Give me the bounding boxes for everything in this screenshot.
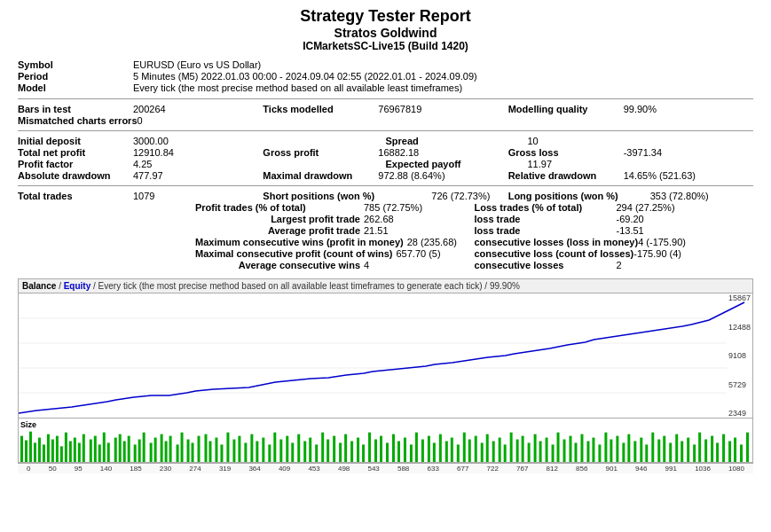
svg-rect-75	[404, 438, 406, 462]
svg-rect-48	[244, 442, 247, 462]
svg-rect-59	[309, 438, 311, 462]
svg-rect-66	[350, 441, 353, 462]
spread-label: Spread	[386, 136, 528, 146]
drawdown-row: Absolute drawdown 477.97 Maximal drawdow…	[18, 170, 753, 181]
period-row: Period 5 Minutes (M5) 2022.01.03 00:00 -…	[18, 71, 753, 82]
svg-rect-127	[711, 436, 713, 462]
x-185: 185	[130, 465, 141, 473]
svg-rect-71	[380, 436, 382, 462]
chart-container: Balance / Equity / Every tick (the most …	[18, 278, 753, 463]
svg-rect-9	[43, 444, 45, 462]
max-drawdown-value: 972.88 (8.64%)	[378, 170, 507, 181]
max-drawdown-label: Maximal drawdown	[263, 170, 378, 181]
svg-rect-44	[220, 444, 223, 462]
symbol-value: EURUSD (Euro vs US Dollar)	[133, 59, 753, 70]
bars-col: Bars in test 200264	[18, 104, 263, 114]
ticks-label: Ticks modelled	[263, 104, 378, 114]
x-319: 319	[219, 465, 231, 473]
svg-rect-52	[268, 444, 271, 462]
svg-rect-102	[563, 440, 566, 462]
svg-rect-58	[303, 441, 306, 462]
svg-rect-76	[410, 444, 413, 462]
period-label: Period	[18, 71, 133, 82]
max-drawdown-col: Maximal drawdown 972.88 (8.64%)	[263, 170, 507, 181]
svg-rect-18	[83, 434, 85, 462]
rel-drawdown-value: 14.65% (521.63)	[624, 170, 753, 181]
spread-value: 10	[528, 136, 754, 146]
svg-rect-24	[114, 438, 117, 462]
main-content: Symbol EURUSD (Euro vs US Dollar) Period…	[0, 56, 771, 275]
svg-rect-7	[34, 442, 36, 462]
y-label-3: 9108	[728, 351, 751, 360]
y-label-4: 5729	[728, 380, 751, 389]
svg-rect-125	[698, 433, 701, 462]
svg-rect-100	[552, 444, 555, 462]
model-label: Model	[18, 82, 133, 93]
profit-trades-label: Profit trades (% of total)	[195, 202, 364, 213]
svg-rect-42	[208, 441, 211, 462]
gross-loss-col: Gross loss -3971.34	[508, 147, 753, 158]
model-value: Every tick (the most precise method base…	[133, 82, 753, 93]
factor-value: 4.25	[133, 159, 386, 169]
avg-profit-value: 21.51	[364, 225, 475, 236]
long-value: 353 (72.80%)	[650, 191, 753, 201]
loss-trades-value: 294 (27.25%)	[617, 202, 754, 213]
svg-rect-72	[386, 442, 389, 462]
symbol-row: Symbol EURUSD (Euro vs US Dollar)	[18, 59, 753, 70]
model-row: Model Every tick (the most precise metho…	[18, 82, 753, 93]
abs-drawdown-label: Absolute drawdown	[18, 170, 133, 181]
svg-rect-131	[734, 438, 736, 462]
svg-rect-31	[150, 442, 153, 462]
mismatched-value: 0	[138, 115, 754, 126]
largest-profit-label: Largest profit trade	[195, 214, 364, 224]
svg-rect-35	[169, 436, 172, 462]
avg-consec-wins-value: 4	[364, 260, 475, 270]
y-label-1: 15867	[728, 293, 751, 302]
maximal-profit-value: 657.70 (5)	[396, 248, 474, 259]
size-label: Size	[20, 420, 36, 429]
avg-loss-label: loss trade	[475, 225, 617, 236]
svg-rect-57	[297, 434, 300, 462]
svg-rect-74	[397, 441, 400, 462]
svg-rect-132	[740, 444, 743, 462]
chart-header: Balance / Equity / Every tick (the most …	[19, 279, 752, 293]
bars-row: Bars in test 200264 Ticks modelled 76967…	[18, 104, 753, 114]
svg-rect-92	[504, 444, 507, 462]
svg-rect-107	[592, 438, 594, 462]
largest-loss-col: loss trade -69.20	[475, 214, 754, 224]
svg-rect-49	[250, 434, 253, 462]
max-consec-losses-col: consecutive losses (loss in money) 4 (-1…	[475, 237, 754, 247]
abs-drawdown-col: Absolute drawdown 477.97	[18, 170, 263, 181]
rel-drawdown-col: Relative drawdown 14.65% (521.63)	[508, 170, 753, 181]
svg-rect-103	[569, 436, 571, 462]
maximal-loss-label: consecutive loss (count of losses)	[475, 248, 634, 259]
x-1036: 1036	[695, 465, 711, 473]
x-588: 588	[397, 465, 409, 473]
svg-rect-115	[640, 438, 642, 462]
svg-rect-29	[138, 440, 141, 462]
svg-rect-10	[47, 434, 50, 462]
svg-rect-101	[557, 433, 560, 462]
avg-consec-wins-label: Average consecutive wins	[195, 260, 364, 270]
loss-trades-col: Loss trades (% of total) 294 (27.25%)	[475, 202, 754, 213]
svg-rect-23	[107, 442, 110, 462]
x-901: 901	[606, 465, 618, 473]
svg-rect-96	[528, 442, 531, 462]
svg-rect-46	[232, 440, 235, 462]
x-946: 946	[635, 465, 647, 473]
svg-rect-79	[428, 436, 430, 462]
svg-rect-27	[128, 436, 130, 462]
svg-rect-98	[539, 441, 542, 462]
largest-profit-value: 262.68	[364, 214, 475, 224]
avg-profit-col: Average profit trade 21.51	[195, 225, 475, 236]
max-consec-wins-col: Maximum consecutive wins (profit in mone…	[195, 237, 475, 247]
max-consec-wins-label: Maximum consecutive wins (profit in mone…	[195, 237, 407, 247]
largest-profit-col: Largest profit trade 262.68	[195, 214, 475, 224]
maximal-loss-value: -175.90 (4)	[633, 248, 753, 259]
svg-rect-33	[161, 434, 163, 462]
svg-rect-14	[65, 433, 67, 462]
svg-rect-95	[522, 436, 524, 462]
x-498: 498	[338, 465, 350, 473]
x-812: 812	[547, 465, 558, 473]
max-consec-losses-value: 4 (-175.90)	[638, 237, 753, 247]
